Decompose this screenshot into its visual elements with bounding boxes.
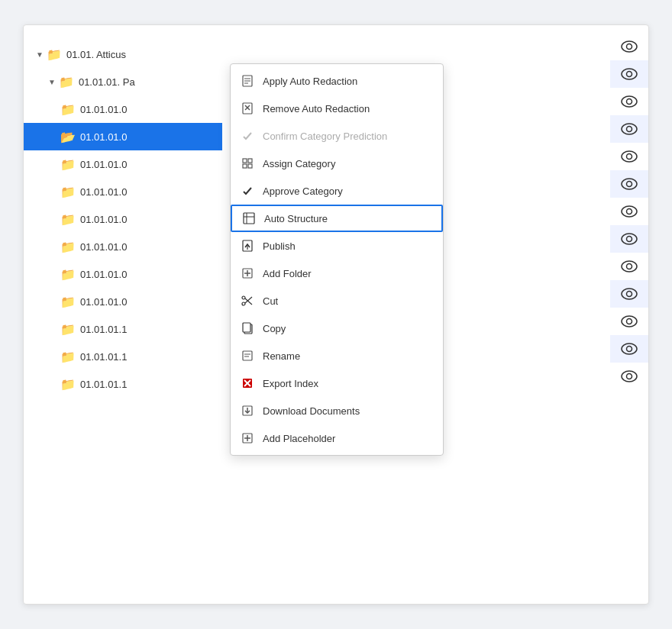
svg-rect-35 xyxy=(243,164,247,168)
menu-item-remove-auto-redaction[interactable]: Remove Auto Redaction xyxy=(231,95,443,122)
tree-item-label: 01.01.01.0 xyxy=(80,186,127,198)
menu-label-auto-structure: Auto Structure xyxy=(264,213,328,224)
svg-point-5 xyxy=(627,99,632,105)
folder-icon: 📁 xyxy=(60,295,76,309)
svg-point-3 xyxy=(627,72,632,77)
tree-arrow: ▼ xyxy=(36,50,44,59)
tree-item-item7[interactable]: 📁01.01.01.0 xyxy=(24,260,222,288)
tree-item-item1[interactable]: 📁01.01.01.0 xyxy=(24,95,222,123)
tree-item-item5[interactable]: 📁01.01.01.0 xyxy=(24,205,222,233)
tree-item-item10[interactable]: 📁01.01.01.1 xyxy=(24,343,222,370)
menu-item-assign-category[interactable]: Assign Category xyxy=(231,150,443,177)
svg-point-19 xyxy=(627,292,632,297)
menu-item-download-documents[interactable]: Download Documents xyxy=(231,397,443,424)
folder-icon: 📂 xyxy=(60,130,76,144)
menu-label-cut: Cut xyxy=(263,295,278,307)
svg-point-2 xyxy=(622,69,637,79)
menu-icon-auto-structure xyxy=(241,212,257,224)
folder-icon: 📁 xyxy=(47,47,62,62)
svg-point-18 xyxy=(622,289,637,299)
tree-item-label: 01.01.01.0 xyxy=(80,104,127,115)
eye-icon-item11[interactable] xyxy=(610,363,648,390)
eye-icon-item7[interactable] xyxy=(610,253,648,280)
menu-item-rename[interactable]: Rename xyxy=(231,342,443,369)
eye-icon-sub1[interactable] xyxy=(610,60,648,88)
svg-point-24 xyxy=(622,371,637,382)
svg-point-15 xyxy=(627,237,632,242)
menu-item-add-folder[interactable]: Add Folder xyxy=(231,260,443,287)
menu-item-export-index[interactable]: Export Index xyxy=(231,369,443,397)
tree-item-item2[interactable]: 📂01.01.01.0 xyxy=(24,123,222,150)
svg-point-13 xyxy=(627,209,632,215)
folder-icon: 📁 xyxy=(60,185,76,199)
eye-icon-item3[interactable] xyxy=(610,143,648,170)
svg-rect-33 xyxy=(243,159,247,163)
tree-item-sub1[interactable]: ▼📁01.01.01. Pa xyxy=(24,68,222,95)
eye-icon-item2[interactable] xyxy=(610,115,648,143)
svg-point-22 xyxy=(622,344,637,354)
folder-icon: 📁 xyxy=(59,75,74,89)
folder-icon: 📁 xyxy=(60,212,76,227)
menu-item-publish[interactable]: Publish xyxy=(231,232,443,260)
menu-item-apply-auto-redaction[interactable]: Apply Auto Redaction xyxy=(231,67,443,95)
tree-item-item3[interactable]: 📁01.01.01.0 xyxy=(24,150,222,178)
eye-icon-item6[interactable] xyxy=(610,225,648,253)
eye-icon-item9[interactable] xyxy=(610,308,648,335)
tree-item-item6[interactable]: 📁01.01.01.0 xyxy=(24,233,222,260)
svg-point-6 xyxy=(622,124,637,134)
folder-icon: 📁 xyxy=(60,377,76,392)
tree-item-item4[interactable]: 📁01.01.01.0 xyxy=(24,178,222,205)
eye-icon-item8[interactable] xyxy=(610,280,648,308)
svg-rect-50 xyxy=(243,323,250,332)
svg-point-17 xyxy=(627,264,632,269)
eye-icon-item1[interactable] xyxy=(610,88,648,115)
menu-label-assign-category: Assign Category xyxy=(263,158,335,169)
svg-rect-34 xyxy=(248,159,252,163)
menu-label-approve-category: Approve Category xyxy=(263,185,343,197)
tree-item-label: 01.01.01.0 xyxy=(80,214,127,225)
svg-rect-36 xyxy=(248,164,252,168)
tree-item-label: 01.01.01.0 xyxy=(80,296,127,308)
menu-item-approve-category[interactable]: Approve Category xyxy=(231,177,443,205)
folder-icon: 📁 xyxy=(60,102,76,117)
menu-label-confirm-category-prediction: Confirm Category Prediction xyxy=(263,131,387,142)
menu-label-export-index: Export Index xyxy=(263,378,318,389)
svg-point-45 xyxy=(242,296,245,299)
svg-point-7 xyxy=(627,127,632,132)
folder-icon: 📁 xyxy=(60,322,76,337)
svg-point-10 xyxy=(622,179,637,189)
eye-icon-item4[interactable] xyxy=(610,170,648,198)
menu-label-rename: Rename xyxy=(263,350,300,362)
svg-point-14 xyxy=(622,234,637,244)
tree-item-item11[interactable]: 📁01.01.01.1 xyxy=(24,370,222,398)
svg-point-20 xyxy=(622,316,637,327)
svg-point-8 xyxy=(622,151,637,162)
tree-item-label: 01.01.01.0 xyxy=(80,269,127,280)
tree-item-root[interactable]: ▼📁01.01. Atticus xyxy=(24,40,222,68)
tree-item-label: 01.01.01.1 xyxy=(80,324,127,335)
menu-item-auto-structure[interactable]: Auto Structure xyxy=(231,205,443,232)
svg-point-16 xyxy=(622,261,637,272)
menu-icon-apply-auto-redaction xyxy=(240,75,255,87)
folder-icon: 📁 xyxy=(60,350,76,364)
menu-icon-cut xyxy=(240,295,255,306)
svg-rect-51 xyxy=(243,351,252,360)
folder-icon: 📁 xyxy=(60,267,76,282)
menu-label-remove-auto-redaction: Remove Auto Redaction xyxy=(263,103,370,115)
tree-item-item8[interactable]: 📁01.01.01.0 xyxy=(24,288,222,315)
menu-item-add-placeholder[interactable]: Add Placeholder xyxy=(231,424,443,452)
menu-icon-add-placeholder xyxy=(240,433,255,444)
svg-point-23 xyxy=(627,347,632,352)
eye-icon-item5[interactable] xyxy=(610,198,648,225)
menu-icon-download-documents xyxy=(240,405,255,416)
svg-point-4 xyxy=(622,96,637,107)
svg-point-12 xyxy=(622,206,637,217)
eye-icon-root[interactable] xyxy=(610,33,648,60)
eye-icon-item10[interactable] xyxy=(610,335,648,363)
tree-item-item9[interactable]: 📁01.01.01.1 xyxy=(24,315,222,343)
tree-item-label: 01.01.01.0 xyxy=(80,241,127,253)
svg-point-46 xyxy=(242,302,245,305)
context-menu: Apply Auto Redaction Remove Auto Redacti… xyxy=(230,63,444,456)
menu-item-cut[interactable]: Cut xyxy=(231,287,443,314)
menu-item-copy[interactable]: Copy xyxy=(231,314,443,342)
